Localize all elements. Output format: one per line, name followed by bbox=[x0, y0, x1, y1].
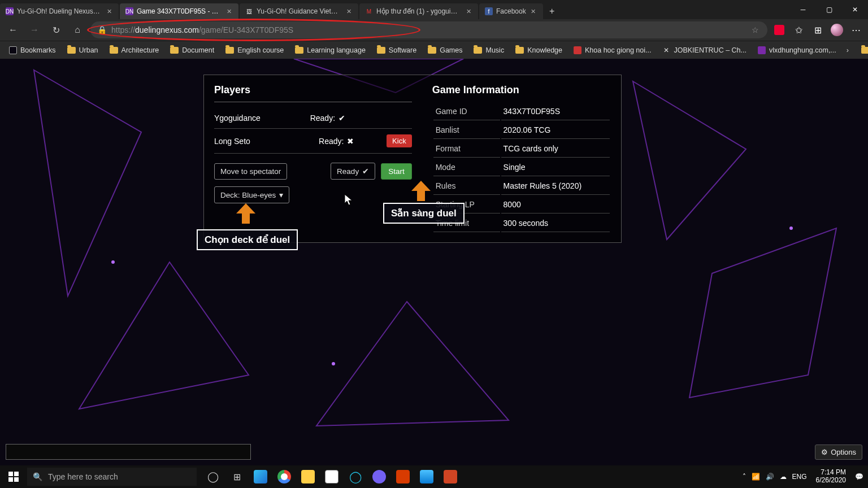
move-spectator-button[interactable]: Move to spectator bbox=[214, 163, 287, 180]
profile-avatar[interactable] bbox=[830, 23, 844, 37]
tray-language[interactable]: ENG bbox=[792, 473, 807, 481]
taskbar-app-explorer[interactable] bbox=[296, 465, 320, 488]
player-ready: Ready: ✖ bbox=[319, 137, 387, 146]
home-button[interactable]: ⌂ bbox=[69, 21, 86, 38]
tray-chevron-icon[interactable]: ˄ bbox=[743, 473, 746, 481]
favorites-icon[interactable]: ✩ bbox=[791, 23, 806, 37]
taskbar-app-powerpoint[interactable] bbox=[439, 465, 462, 488]
other-favorites-button[interactable]: Other favorites bbox=[857, 44, 868, 56]
control-row: Move to spectator Ready ✔ Start bbox=[214, 154, 412, 180]
tab-2[interactable]: 🖼 Yu-Gi-Oh! Guidance Vietnam - H ✕ bbox=[240, 3, 358, 19]
bookmarks-overflow-button[interactable]: › bbox=[843, 44, 852, 56]
collections-icon[interactable]: ⊞ bbox=[810, 23, 825, 37]
adblock-icon[interactable] bbox=[772, 23, 787, 37]
bookmark-label: English course bbox=[237, 46, 284, 54]
more-icon[interactable]: ⋯ bbox=[849, 23, 863, 37]
kick-button[interactable]: Kick bbox=[387, 134, 412, 147]
tab-0[interactable]: DN Yu-Gi-Oh! Dueling Nexus - Free ✕ bbox=[0, 3, 119, 19]
close-icon[interactable]: ✕ bbox=[225, 7, 233, 15]
favicon-icon: M bbox=[365, 7, 373, 15]
bookmark-item[interactable]: Architecture bbox=[105, 44, 164, 56]
info-value: 8000 bbox=[501, 196, 610, 213]
close-icon[interactable]: ✕ bbox=[345, 7, 353, 15]
bookmark-item[interactable]: English course bbox=[221, 44, 288, 56]
url-input[interactable]: 🔒 https:// duelingnexus.com /game/EU-343… bbox=[90, 21, 767, 38]
bookmark-item[interactable]: Urban bbox=[63, 44, 103, 56]
info-row: ModeSingle bbox=[433, 159, 610, 176]
forward-button[interactable]: → bbox=[26, 21, 43, 38]
ready-button-label: Ready bbox=[337, 167, 359, 176]
close-button[interactable]: ✕ bbox=[842, 0, 868, 19]
info-value: 300 seconds bbox=[501, 215, 610, 232]
bookmark-label: Architecture bbox=[121, 46, 159, 54]
cortana-icon[interactable]: ◯ bbox=[201, 465, 225, 488]
svg-marker-5 bbox=[411, 181, 431, 201]
tab-label: Game 343X7T0DF95S - Yu-Gi-Oh bbox=[137, 7, 222, 15]
bookmarks-bar: Bookmarks Urban Architecture Document En… bbox=[0, 41, 868, 59]
close-icon[interactable]: ✕ bbox=[465, 7, 472, 15]
tray-clock[interactable]: 7:14 PM 6/26/2020 bbox=[813, 469, 849, 485]
taskbar-app-edge[interactable] bbox=[249, 465, 272, 488]
bookmark-item[interactable]: ✕JOBKIENTRUC – Ch... bbox=[658, 44, 751, 56]
taskbar-search[interactable]: 🔍 Type here to search bbox=[27, 468, 197, 486]
folder-icon bbox=[377, 47, 385, 54]
bookmark-item[interactable]: Document bbox=[166, 44, 219, 56]
taskbar-app-office[interactable] bbox=[391, 465, 415, 488]
players-title: Players bbox=[214, 84, 412, 96]
search-icon: 🔍 bbox=[33, 472, 42, 481]
tab-1[interactable]: DN Game 343X7T0DF95S - Yu-Gi-Oh ✕ bbox=[120, 3, 238, 19]
taskbar-app-c[interactable]: ◯ bbox=[344, 465, 367, 488]
bookmark-item[interactable]: Games bbox=[423, 44, 467, 56]
tray-notifications-icon[interactable]: 💬 bbox=[855, 473, 863, 481]
deck-select-button[interactable]: Deck: Blue-eyes ▾ bbox=[214, 186, 289, 203]
tray-wifi-icon[interactable]: 📶 bbox=[752, 473, 760, 481]
bookmark-item[interactable]: Knowledge bbox=[511, 44, 567, 56]
page-viewport: Players Ygoguidance Ready: ✔ Long Seto R… bbox=[0, 59, 868, 465]
bookmark-item[interactable]: Bookmarks bbox=[5, 44, 60, 56]
new-tab-button[interactable]: + bbox=[544, 3, 560, 19]
task-view-icon[interactable]: ⊞ bbox=[225, 465, 249, 488]
tab-3[interactable]: M Hộp thư đến (1) - ygoguidance@ ✕ bbox=[359, 3, 478, 19]
bookmark-label: Software bbox=[389, 46, 416, 54]
bookmark-item[interactable]: Music bbox=[469, 44, 509, 56]
back-button[interactable]: ← bbox=[5, 21, 21, 38]
options-button[interactable]: ⚙ Options bbox=[815, 445, 862, 460]
info-value: TCG cards only bbox=[501, 140, 610, 158]
maximize-button[interactable]: ▢ bbox=[816, 0, 842, 19]
player-name: Long Seto bbox=[214, 137, 319, 146]
bookmark-label: Bookmarks bbox=[20, 46, 56, 54]
refresh-button[interactable]: ↻ bbox=[47, 21, 64, 38]
folder-icon bbox=[225, 47, 234, 54]
tray-volume-icon[interactable]: 🔊 bbox=[766, 473, 774, 481]
bookmark-item[interactable]: Software bbox=[372, 44, 421, 56]
taskbar-app-store[interactable] bbox=[320, 465, 344, 488]
taskbar: 🔍 Type here to search ◯ ⊞ ◯ ˄ 📶 🔊 ☁ ENG … bbox=[0, 465, 868, 488]
minimize-button[interactable]: ─ bbox=[790, 0, 816, 19]
tray-onedrive-icon[interactable]: ☁ bbox=[780, 473, 787, 481]
tab-4[interactable]: f Facebook ✕ bbox=[479, 3, 543, 19]
chat-input[interactable] bbox=[6, 444, 251, 460]
info-row: Game ID343X7T0DF95S bbox=[433, 103, 610, 120]
svg-point-2 bbox=[789, 226, 793, 230]
taskbar-app-movies[interactable] bbox=[415, 465, 439, 488]
ready-button[interactable]: Ready ✔ bbox=[331, 163, 375, 180]
close-icon[interactable]: ✕ bbox=[530, 7, 537, 15]
start-button[interactable]: Start bbox=[381, 163, 412, 180]
player-ready: Ready: ✔ bbox=[310, 114, 378, 123]
bookmark-item[interactable]: vlxdhunghung.com,... bbox=[753, 44, 841, 56]
taskbar-app-viber[interactable] bbox=[367, 465, 391, 488]
annotation-callout-ready: Sẵn sàng duel bbox=[383, 203, 465, 224]
annotation-arrow-icon bbox=[411, 181, 431, 201]
tab-label: Yu-Gi-Oh! Guidance Vietnam - H bbox=[257, 7, 341, 15]
favorite-icon[interactable]: ☆ bbox=[749, 25, 761, 34]
taskbar-app-chrome[interactable] bbox=[272, 465, 296, 488]
info-row: RulesMaster Rules 5 (2020) bbox=[433, 177, 610, 195]
close-icon[interactable]: ✕ bbox=[105, 7, 113, 15]
bookmark-item[interactable]: Khoa hoc giong noi... bbox=[569, 44, 656, 56]
start-button[interactable] bbox=[0, 465, 27, 488]
bookmark-item[interactable]: Learning language bbox=[290, 44, 370, 56]
bookmark-label: Learning language bbox=[307, 46, 366, 54]
folder-icon bbox=[861, 47, 868, 54]
site-icon bbox=[758, 46, 766, 54]
url-path: /game/EU-343X7T0DF95S bbox=[199, 25, 293, 34]
